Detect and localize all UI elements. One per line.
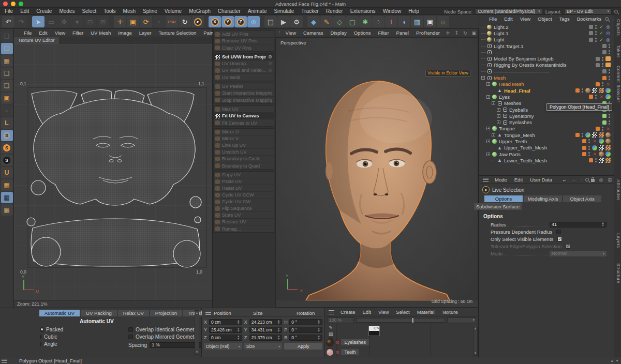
menu-prorender[interactable]: ProRender bbox=[412, 29, 443, 37]
attributes-menu-icon[interactable] bbox=[483, 178, 489, 182]
object-mode-button[interactable]: ❏ bbox=[1, 80, 13, 92]
menu-material[interactable]: Material bbox=[413, 309, 438, 316]
target-tag-icon[interactable]: ◎ bbox=[605, 31, 611, 36]
layer-color-swatch[interactable] bbox=[582, 139, 586, 143]
coord-input-position-y[interactable]: 25.426 cm▲▼ bbox=[209, 327, 242, 333]
tab-object-axis[interactable]: Object Axis bbox=[563, 195, 601, 202]
status-menu-icon[interactable] bbox=[2, 359, 7, 363]
coord-input-rotation-h[interactable]: 0 °▲▼ bbox=[289, 319, 322, 325]
spacing-input[interactable]: 1 %▲▼ bbox=[150, 342, 201, 348]
expand-toggle[interactable]: + bbox=[486, 82, 490, 86]
disabled-x-icon[interactable]: ✕ bbox=[605, 126, 611, 131]
target-tag-icon[interactable]: ◎ bbox=[605, 37, 611, 42]
side-tab-structure[interactable]: Structure bbox=[615, 262, 621, 284]
gear-icon[interactable]: ⚙ bbox=[268, 61, 272, 66]
gear-icon[interactable]: ⚙ bbox=[268, 68, 272, 73]
menu-tracker[interactable]: Tracker bbox=[298, 8, 322, 15]
expand-toggle[interactable]: + bbox=[497, 114, 500, 118]
attributes-new-icon[interactable]: ⊞ bbox=[608, 177, 612, 183]
material-tag-icon[interactable] bbox=[605, 139, 611, 144]
volume-builder-button[interactable]: ▢ bbox=[346, 16, 359, 27]
layer-color-swatch[interactable] bbox=[589, 31, 593, 35]
material-tag-icon[interactable] bbox=[585, 88, 590, 93]
cursor-tool-button[interactable]: ➤ bbox=[191, 16, 204, 27]
lock-y-axis-button[interactable]: Y bbox=[221, 16, 234, 27]
snap-magnet-button[interactable]: U bbox=[1, 167, 13, 178]
layer-color-swatch[interactable] bbox=[589, 158, 593, 162]
menu-simulate[interactable]: Simulate bbox=[270, 8, 298, 15]
uvw-tag-icon[interactable] bbox=[605, 158, 611, 163]
menu-select[interactable]: Select bbox=[392, 309, 413, 316]
layer-color-swatch[interactable] bbox=[602, 120, 607, 125]
object-row-[interactable]: ---------------------------------- bbox=[479, 68, 614, 74]
menu-uv-mesh[interactable]: UV Mesh bbox=[87, 29, 114, 37]
menu-render[interactable]: Render bbox=[322, 8, 347, 15]
menu-object[interactable]: Object bbox=[534, 16, 555, 23]
coord-input-size-x[interactable]: 24.213 cm▲▼ bbox=[249, 319, 283, 325]
menu-mograph[interactable]: MoGraph bbox=[185, 8, 214, 15]
visibility-dots[interactable] bbox=[602, 127, 603, 131]
object-row-rigging-by-orestis-konstantini[interactable]: Rigging By Orestis Konstantinidis bbox=[479, 62, 614, 68]
visibility-dots[interactable] bbox=[602, 63, 603, 67]
menu-mode[interactable]: Mode bbox=[491, 176, 511, 184]
tab-automatic-uv[interactable]: Automatic UV bbox=[39, 310, 80, 316]
menu-spline[interactable]: Spline bbox=[139, 8, 161, 15]
menu-edit[interactable]: Edit bbox=[359, 309, 375, 316]
texture-tag-icon[interactable] bbox=[599, 145, 604, 150]
object-row-model-by-benjamin-leitgeb[interactable]: Model By Benjamin Leitgeb bbox=[479, 55, 614, 62]
workplane-mode-button[interactable]: ❏ bbox=[1, 68, 13, 79]
visibility-dots[interactable] bbox=[602, 57, 603, 61]
radio-cubic[interactable] bbox=[40, 335, 41, 339]
menu-display[interactable]: Display bbox=[327, 29, 350, 37]
target-tag-icon[interactable]: ◎ bbox=[605, 24, 611, 29]
coord-input-size-y[interactable]: 34.431 cm▲▼ bbox=[249, 327, 283, 333]
side-tab-objects[interactable]: Objects bbox=[615, 18, 621, 37]
enable-axis-button[interactable]: L bbox=[1, 117, 13, 129]
history-forward-icon[interactable]: → bbox=[571, 177, 576, 183]
weight-tag-icon[interactable] bbox=[592, 145, 597, 150]
menu-cameras[interactable]: Cameras bbox=[300, 29, 327, 37]
annotation-tag-icon[interactable] bbox=[605, 63, 611, 67]
viewport-camera-label[interactable]: Perspective bbox=[278, 39, 308, 46]
attributes-search-icon[interactable] bbox=[585, 178, 589, 181]
tab-subdivision-surface[interactable]: Subdivision Surface bbox=[474, 203, 522, 210]
object-search-icon[interactable] bbox=[605, 17, 609, 21]
weight-tag-icon[interactable] bbox=[599, 139, 604, 144]
layer-color-swatch[interactable] bbox=[602, 69, 607, 73]
visibility-dots[interactable] bbox=[609, 50, 610, 54]
expand-toggle[interactable]: + bbox=[486, 153, 490, 156]
object-row-head-mesh[interactable]: +Head Mesh✕ bbox=[479, 81, 614, 87]
expand-toggle[interactable]: + bbox=[497, 108, 500, 112]
spinner-icon[interactable]: ▲▼ bbox=[277, 327, 280, 332]
layer-color-swatch[interactable] bbox=[582, 146, 586, 150]
layer-color-swatch[interactable] bbox=[575, 88, 580, 93]
tab-modeling-axis[interactable]: Modeling Axis bbox=[524, 195, 562, 202]
menu-edit[interactable]: Edit bbox=[17, 8, 33, 15]
menu-tools[interactable]: Tools bbox=[100, 8, 119, 15]
spinner-icon[interactable]: ▲▼ bbox=[237, 327, 240, 332]
coord-input-size-z[interactable]: 21.379 cm▲▼ bbox=[249, 335, 283, 341]
viewport-pin-icon[interactable]: ↧ bbox=[454, 31, 459, 36]
materials-menu-icon[interactable] bbox=[329, 310, 334, 314]
side-tab-layers[interactable]: Layers bbox=[615, 232, 621, 249]
field-object-button[interactable]: ◖ bbox=[398, 16, 410, 27]
layer-color-swatch[interactable] bbox=[575, 133, 580, 137]
coord-input-position-x[interactable]: 0 cm▲▼ bbox=[209, 319, 242, 325]
layer-color-swatch[interactable] bbox=[589, 25, 593, 29]
visibility-dots[interactable] bbox=[582, 88, 583, 93]
layer-color-swatch[interactable] bbox=[596, 127, 600, 131]
coord-input-rotation-b[interactable]: 0 °▲▼ bbox=[289, 335, 322, 341]
disabled-x-icon[interactable]: ✕ bbox=[592, 151, 597, 157]
live-selection-button[interactable]: ➤ bbox=[32, 16, 45, 27]
node-space-select[interactable]: Current (Standard/Physical)▾ bbox=[475, 8, 543, 14]
layer-color-swatch[interactable] bbox=[602, 50, 607, 54]
rotate-tool-button[interactable]: ⟳ bbox=[140, 16, 152, 27]
quantize-grid-button[interactable]: ▦ bbox=[1, 204, 13, 216]
texture-tag-icon[interactable] bbox=[592, 88, 597, 93]
polygon-cube-mode-button[interactable]: ▣ bbox=[1, 93, 13, 104]
menu-file[interactable]: File bbox=[1, 8, 17, 15]
layout-search-icon[interactable] bbox=[614, 10, 618, 13]
coord-input-position-z[interactable]: 0 cm▲▼ bbox=[209, 335, 242, 341]
material-tag-icon[interactable] bbox=[599, 151, 604, 157]
field-radius-input[interactable]: 41▲▼ bbox=[550, 222, 607, 228]
